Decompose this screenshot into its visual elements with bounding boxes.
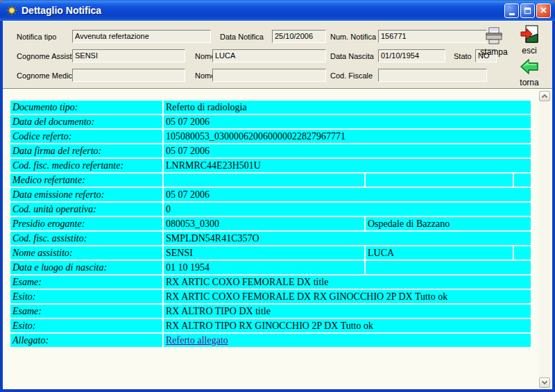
row-value-cell: RX ARTIC COXO FEMORALE DX RX GINOCCHIO 2… [164, 290, 531, 303]
row-value-cell: RX ARTIC COXO FEMORALE DX title [164, 275, 531, 289]
chevron-down-icon [541, 380, 548, 385]
notifica-tipo-field[interactable]: Avvenuta refertazione [72, 30, 211, 43]
row-label-cell: Documento tipo: [10, 101, 162, 114]
row-value-cell: 080053_0300 [164, 217, 364, 230]
window-controls: ✕ [504, 3, 551, 18]
notifica-tipo-label: Notifica tipo [17, 33, 56, 41]
cognome-medico-label: Cognome Medico [17, 71, 76, 80]
torna-button[interactable]: torna [511, 58, 547, 87]
table-row: Data firma del referto:05 07 2006 [10, 144, 531, 157]
cognome-assistito-field[interactable]: SENSI [72, 49, 185, 62]
row-value2-cell [366, 261, 531, 274]
stampa-button[interactable]: stampa [476, 27, 512, 57]
table-row: Cod. unità operativa:0 [10, 203, 531, 216]
row-value-cell: 0 [164, 203, 531, 216]
row-value2-cell [366, 173, 513, 187]
minimize-button[interactable] [504, 3, 519, 18]
row-label-cell: Codice referto: [10, 130, 162, 143]
row-label-cell: Esame: [10, 305, 162, 318]
row-extra-cell [514, 173, 531, 187]
row-label-cell: Nome assistito: [10, 246, 162, 259]
row-value2-cell: Ospedale di Bazzano [366, 217, 531, 230]
dialog-window: Dettaglio Notifica ✕ Notifica tipo Avven… [0, 0, 555, 392]
row-value-cell: Referto allegato [164, 334, 531, 347]
close-icon: ✕ [540, 6, 547, 15]
data-notifica-label: Data Notifica [220, 33, 264, 41]
table-row: Data emissione referto:05 07 2006 [10, 188, 531, 201]
scroll-up-button[interactable] [539, 91, 550, 101]
scroll-down-button[interactable] [539, 377, 550, 388]
attachment-link[interactable]: Referto allegato [166, 335, 228, 346]
cognome-medico-field[interactable] [72, 69, 185, 82]
printer-icon [476, 27, 512, 46]
exit-door-icon [511, 25, 547, 45]
row-label-cell: Cod. unità operativa: [10, 203, 162, 216]
row-label-cell: Cod. fisc. medico refertante: [10, 159, 162, 172]
row-label-cell: Medico refertante: [10, 173, 162, 187]
nome-medico-field[interactable] [212, 69, 326, 82]
row-value-cell: 05 07 2006 [164, 188, 531, 201]
table-row: Documento tipo:Referto di radiologia [10, 101, 531, 114]
row-value2-cell: LUCA [366, 246, 513, 259]
esci-label: esci [511, 46, 547, 56]
stato-label: Stato [454, 52, 472, 60]
row-value-cell: RX ALTRO TIPO DX title [164, 305, 531, 318]
table-row: Nome assistito:SENSILUCA [10, 246, 531, 259]
table-row: Codice referto:105080053_030000620060000… [10, 130, 531, 143]
close-button[interactable]: ✕ [536, 3, 551, 18]
row-label-cell: Data del documento: [10, 115, 162, 128]
table-row: Presidio erogante:080053_0300Ospedale di… [10, 217, 531, 230]
table-row: Medico refertante: [10, 173, 531, 187]
data-nascita-label: Data Nascita [330, 52, 374, 60]
back-arrow-icon [511, 58, 547, 77]
data-nascita-field[interactable]: 01/10/1954 [378, 49, 445, 62]
row-label-cell: Data e luogo di nascita: [10, 261, 162, 274]
maximize-button[interactable] [520, 3, 535, 18]
cognome-assistito-label: Cognome Assistito [17, 52, 80, 60]
row-label-cell: Data emissione referto: [10, 188, 162, 201]
row-value-cell: Referto di radiologia [164, 101, 531, 114]
row-label-cell: Esame: [10, 275, 162, 289]
header-form-panel: Notifica tipo Avvenuta refertazione Data… [3, 21, 552, 89]
content-area: Documento tipo:Referto di radiologiaData… [3, 89, 552, 389]
detail-table: Documento tipo:Referto di radiologiaData… [10, 101, 531, 348]
vertical-scrollbar[interactable] [539, 91, 550, 388]
row-value-cell: SMPLDN54R41C357O [164, 232, 531, 245]
maximize-icon [524, 8, 531, 14]
stampa-label: stampa [476, 47, 512, 57]
table-row: Data e luogo di nascita:01 10 1954 [10, 261, 531, 274]
cod-fiscale-field[interactable] [378, 69, 487, 82]
row-label-cell: Esito: [10, 290, 162, 303]
row-value-cell: SENSI [164, 246, 364, 259]
table-row: Esito:RX ALTRO TIPO RX GINOCCHIO 2P DX T… [10, 319, 531, 332]
table-row: Esame:RX ARTIC COXO FEMORALE DX title [10, 275, 531, 289]
minimize-icon [509, 13, 515, 15]
row-value-cell [164, 173, 364, 187]
nome-assistito-field[interactable]: LUCA [212, 49, 326, 62]
table-row: Data del documento:05 07 2006 [10, 115, 531, 128]
window-title: Dettaglio Notifica [22, 5, 504, 16]
row-extra-cell [514, 246, 531, 259]
row-label-cell: Presidio erogante: [10, 217, 162, 230]
row-label-cell: Cod. fisc. assistito: [10, 232, 162, 245]
table-row: Allegato:Referto allegato [10, 334, 531, 347]
sun-app-icon [6, 4, 18, 17]
table-row: Cod. fisc. medico refertante:LNRMRC44E23… [10, 159, 531, 172]
row-value-cell: RX ALTRO TIPO RX GINOCCHIO 2P DX Tutto o… [164, 319, 531, 332]
row-value-cell: LNRMRC44E23H501U [164, 159, 531, 172]
window-body: Notifica tipo Avvenuta refertazione Data… [3, 21, 552, 389]
row-value-cell: 01 10 1954 [164, 261, 364, 274]
row-value-cell: 105080053_030000620060000022827967771 [164, 130, 531, 143]
table-row: Esito:RX ARTIC COXO FEMORALE DX RX GINOC… [10, 290, 531, 303]
titlebar[interactable]: Dettaglio Notifica ✕ [0, 0, 555, 21]
row-label-cell: Esito: [10, 319, 162, 332]
esci-button[interactable]: esci [511, 25, 547, 56]
row-value-cell: 05 07 2006 [164, 115, 531, 128]
chevron-up-icon [541, 94, 548, 99]
data-notifica-field[interactable]: 25/10/2006 [272, 30, 326, 43]
num-notifica-field[interactable]: 156771 [378, 30, 487, 43]
table-row: Cod. fisc. assistito:SMPLDN54R41C357O [10, 232, 531, 245]
row-label-cell: Data firma del referto: [10, 144, 162, 157]
row-value-cell: 05 07 2006 [164, 144, 531, 157]
table-row: Esame:RX ALTRO TIPO DX title [10, 305, 531, 318]
